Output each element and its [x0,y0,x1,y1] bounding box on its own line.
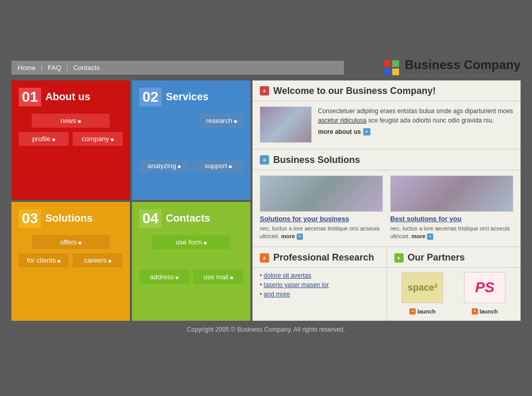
solutions-header: + Business Solutions [252,149,521,170]
footer-text: Copyright 2005 © Business Company. All r… [187,326,345,333]
solutions-section: + Business Solutions Solutions for your … [252,149,521,248]
for-clients-button[interactable]: for clients [19,253,69,267]
research-section: + Professional Research dolore sit avert… [252,247,387,321]
panel-01-bottom-btns: profile company [19,132,123,146]
solution-more-1[interactable]: more + [281,233,303,240]
panel-02-title: Services [166,91,208,103]
company-button[interactable]: company [73,132,123,146]
panel-03-header: 03 Solutions [19,209,123,228]
launch-icon-1: + [409,308,416,315]
partner-logo-2-text: PS [475,279,494,296]
nav-faq[interactable]: FAQ [43,64,66,72]
offers-button[interactable]: offers [32,235,110,249]
welcome-body: Consectetuer adipiing eraes entstas bulu… [252,101,521,149]
more-about-us-text: more about us [318,128,361,135]
use-form-button[interactable]: use form [152,235,230,249]
research-list: dolore sit avertas taserto yaser masen l… [260,272,379,298]
analyzing-button[interactable]: analyzing [139,159,189,173]
solution-more-1-label: more [281,233,295,240]
research-header: + Professional Research [252,247,387,268]
panel-02-research-wrap: research [139,114,243,128]
partner-launch-1-label: launch [417,308,435,315]
panel-03-title: Solutions [45,212,92,224]
partner-logo-2: PS [464,272,506,303]
logo-sq-red [384,60,391,67]
research-item-2: taserto yaser masen lor [260,281,379,289]
panel-01-num: 01 [19,88,41,106]
right-content: + Welcome to our Business Company! Conse… [252,80,521,321]
profile-button[interactable]: profile [19,132,69,146]
solution-link-1[interactable]: Solutions for your business [260,215,383,223]
partners-section: + Our Partners space² + launch [387,247,521,321]
panel-contacts: 04 Contacts use form address use mail [132,202,250,321]
partners-icon: + [394,253,404,263]
welcome-title: Welcome to our Business Company! [273,86,436,97]
more-about-us-link[interactable]: more about us + [318,128,370,135]
welcome-text-wrap: Consectetuer adipiing eraes entstas bulu… [318,106,513,136]
partner-launch-2-label: launch [480,308,498,315]
solution-more-1-icon: + [297,234,303,240]
research-link-3[interactable]: and more [264,291,290,298]
logo-area: Business Company best on-line profession… [384,58,521,78]
partner-logo-1-text: space² [408,282,437,293]
solution-item-2: Best solutions for you nec, luctus a lor… [390,175,513,241]
welcome-header: + Welcome to our Business Company! [252,80,521,101]
solutions-body: Solutions for your business nec, luctus … [252,170,521,247]
solution-more-2[interactable]: more + [411,233,433,240]
research-item-3: and more [260,291,379,298]
footer: Copyright 2005 © Business Company. All r… [11,321,521,338]
panel-04-title: Contacts [166,212,210,224]
address-button[interactable]: address [139,270,189,284]
solutions-icon: + [260,155,269,165]
solution-item-1: Solutions for your business nec, luctus … [260,175,383,241]
nav-home[interactable]: Home [18,64,41,72]
welcome-section: + Welcome to our Business Company! Conse… [252,80,521,149]
nav-contacts[interactable]: Contacts [68,64,105,72]
careers-button[interactable]: careers [73,253,123,267]
research-link-2[interactable]: taserto yaser masen lor [264,281,329,289]
solution-link-2[interactable]: Best solutions for you [390,215,513,223]
welcome-link[interactable]: ascetur ridiculusa [318,117,366,124]
solution-text-2: nec, luctus a lore aecenas tristique orc… [390,225,513,241]
solution-image-2 [390,175,513,212]
logo-sq-green [392,60,399,67]
logo-sq-blue [384,69,391,75]
left-grid: 01 About us news profile company 02 Serv… [11,80,250,321]
solution-text-1-content: nec, luctus a lore aecenas tristique orc… [260,225,380,239]
partners-header: + Our Partners [387,247,521,268]
partners-body: space² + launch PS + [387,268,521,321]
panel-03-num: 03 [19,209,41,228]
logo-icon [384,60,400,76]
partner-item-1: space² + launch [394,272,451,315]
solution-more-2-icon: + [427,234,433,240]
panel-solutions: 03 Solutions offers for clients careers [11,202,130,321]
welcome-icon: + [260,86,269,95]
research-link-1[interactable]: dolore sit avertas [264,272,311,279]
partner-launch-2[interactable]: + launch [472,308,498,315]
more-about-us-icon: + [363,128,370,135]
partner-launch-1[interactable]: + launch [409,308,435,315]
panel-03-bottom-btns: for clients careers [19,253,123,267]
panel-02-bottom-btns: analyzing support [139,159,243,173]
welcome-paragraph: Consectetuer adipiing eraes entstas bulu… [318,106,513,125]
panel-04-num: 04 [139,209,162,228]
research-button[interactable]: research [200,114,243,128]
panel-01-title: About us [45,91,90,103]
news-button[interactable]: news [32,114,110,128]
nav-bar: Home | FAQ | Contacts [11,61,344,75]
research-icon: + [260,253,269,263]
header: Home | FAQ | Contacts Business Company b… [11,58,521,78]
support-button[interactable]: support [193,159,243,173]
use-mail-button[interactable]: use mail [193,270,243,284]
solution-image-1 [260,175,383,212]
research-title: Professional Research [273,252,374,263]
bottom-sections: + Professional Research dolore sit avert… [252,247,521,321]
panel-01-header: 01 About us [19,88,123,106]
main-layout: 01 About us news profile company 02 Serv… [11,80,521,321]
solution-text-1: nec, luctus a lore aecenas tristique orc… [260,225,383,241]
panel-services: 02 Services research analyzing support [132,80,250,200]
panel-04-bottom-btns: address use mail [139,270,243,284]
logo-text: Business Company best on-line profession… [405,58,521,78]
panel-02-header: 02 Services [139,88,243,106]
partners-title: Our Partners [408,252,465,263]
